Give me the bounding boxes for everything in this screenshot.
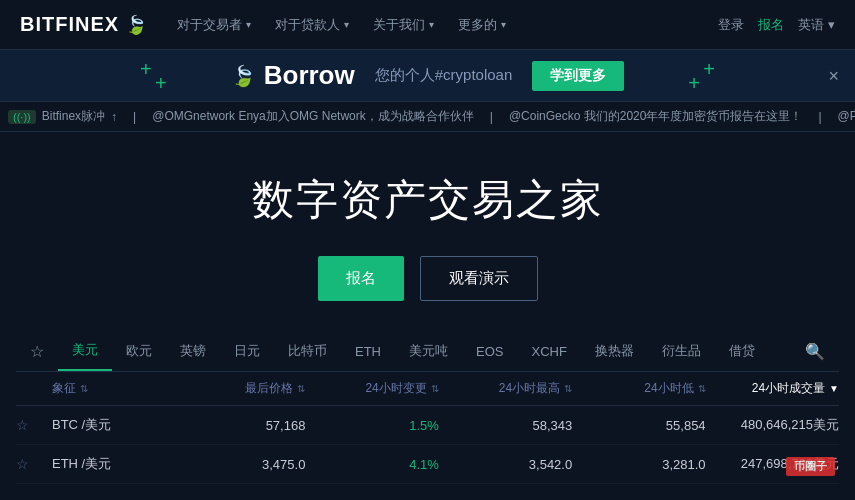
hero-buttons: 报名 观看演示 xyxy=(20,256,835,301)
sort-icon: ⇅ xyxy=(80,383,88,394)
th-high[interactable]: 24小时最高 ⇅ xyxy=(439,380,572,397)
banner-close-button[interactable]: × xyxy=(828,65,839,86)
market-tabs: ☆ 美元 欧元 英镑 日元 比特币 ETH 美元吨 EOS XCHF 换热器 xyxy=(16,331,839,372)
nav-item-about[interactable]: 关于我们 ▾ xyxy=(363,10,444,40)
symbol-cell: ETH /美元 xyxy=(52,455,172,473)
logo-leaf-icon: 🍃 xyxy=(125,14,147,36)
ticker-separator: | xyxy=(133,110,136,124)
ticker-text: Bitfinex脉冲 xyxy=(42,108,105,125)
chevron-down-icon: ▾ xyxy=(344,19,349,30)
change-cell: 1.5% xyxy=(305,418,438,433)
header: BITFINEX 🍃 对于交易者 ▾ 对于贷款人 ▾ 关于我们 ▾ 更多的 ▾ … xyxy=(0,0,855,50)
banner-cta-button[interactable]: 学到更多 xyxy=(532,61,624,91)
nav-item-more[interactable]: 更多的 ▾ xyxy=(448,10,516,40)
star-icon: ☆ xyxy=(16,456,29,472)
tab-btc[interactable]: 比特币 xyxy=(274,332,341,370)
tab-eos[interactable]: EOS xyxy=(462,334,517,369)
volume-cell: 480,646,215美元 xyxy=(706,416,839,434)
nav-item-lenders[interactable]: 对于贷款人 ▾ xyxy=(265,10,359,40)
table-row[interactable]: ☆ BTC /美元 57,168 1.5% 58,343 55,854 480,… xyxy=(16,406,839,445)
tab-eth[interactable]: ETH xyxy=(341,334,395,369)
signup-hero-button[interactable]: 报名 xyxy=(318,256,404,301)
price-cell: 3,475.0 xyxy=(172,457,305,472)
ticker-text: @CoinGecko 我们的2020年年度加密货币报告在这里！ xyxy=(509,108,803,125)
plus-decoration-tl: + xyxy=(140,58,152,81)
tab-usdt[interactable]: 美元吨 xyxy=(395,332,462,370)
sort-icon: ⇅ xyxy=(564,383,572,394)
ticker-separator: | xyxy=(818,110,821,124)
symbol-cell: BTC /美元 xyxy=(52,416,172,434)
ticker-separator: | xyxy=(490,110,493,124)
nav-menu: 对于交易者 ▾ 对于贷款人 ▾ 关于我们 ▾ 更多的 ▾ xyxy=(167,10,516,40)
tab-xchf[interactable]: XCHF xyxy=(517,334,580,369)
borrow-leaf-icon: 🍃 xyxy=(231,64,256,88)
table-row[interactable]: ☆ ETH /美元 3,475.0 4.1% 3,542.0 3,281.0 2… xyxy=(16,445,839,484)
banner: + + + + 🍃 Borrow 您的个人#cryptoloan 学到更多 × xyxy=(0,50,855,102)
tab-lending[interactable]: 借贷 xyxy=(715,332,769,370)
low-cell: 3,281.0 xyxy=(572,457,705,472)
high-cell: 58,343 xyxy=(439,418,572,433)
ticker-badge: ((·)) xyxy=(8,110,36,124)
nav-item-traders[interactable]: 对于交易者 ▾ xyxy=(167,10,261,40)
tab-usd[interactable]: 美元 xyxy=(58,331,112,371)
star-cell[interactable]: ☆ xyxy=(16,417,52,433)
high-cell: 3,542.0 xyxy=(439,457,572,472)
logo-text: BITFINEX xyxy=(20,13,119,36)
price-cell: 57,168 xyxy=(172,418,305,433)
tab-exchange[interactable]: 换热器 xyxy=(581,332,648,370)
sort-icon: ⇅ xyxy=(698,383,706,394)
banner-borrow-title: 🍃 Borrow xyxy=(231,60,355,91)
sort-icon: ⇅ xyxy=(431,383,439,394)
logo: BITFINEX 🍃 xyxy=(20,13,147,36)
chevron-down-icon: ▾ xyxy=(246,19,251,30)
market-search-icon[interactable]: 🔍 xyxy=(791,332,839,371)
tab-gbp[interactable]: 英镑 xyxy=(166,332,220,370)
signup-button[interactable]: 报名 xyxy=(758,16,784,34)
login-button[interactable]: 登录 xyxy=(718,16,744,34)
low-cell: 55,854 xyxy=(572,418,705,433)
market-section: ☆ 美元 欧元 英镑 日元 比特币 ETH 美元吨 EOS XCHF 换热器 xyxy=(0,331,855,484)
header-right: 登录 报名 英语 ▾ xyxy=(718,16,835,34)
market-table: 象征 ⇅ 最后价格 ⇅ 24小时变更 ⇅ 24小时最高 ⇅ 24小时低 ⇅ 24… xyxy=(16,372,839,484)
change-cell: 4.1% xyxy=(305,457,438,472)
th-low[interactable]: 24小时低 ⇅ xyxy=(572,380,705,397)
ticker-text: @Plutus PLIP | Pluton流动 xyxy=(838,108,855,125)
language-button[interactable]: 英语 ▾ xyxy=(798,16,835,34)
chevron-down-icon: ▾ xyxy=(501,19,506,30)
ticker-text: @OMGnetwork Enya加入OMG Network，成为战略合作伙伴 xyxy=(152,108,474,125)
banner-subtitle: 您的个人#cryptoloan xyxy=(375,66,513,85)
demo-button[interactable]: 观看演示 xyxy=(420,256,538,301)
tab-jpy[interactable]: 日元 xyxy=(220,332,274,370)
th-symbol[interactable]: 象征 ⇅ xyxy=(52,380,172,397)
watermark: 币圈子 xyxy=(786,457,835,476)
plus-decoration-bl: + xyxy=(155,72,167,95)
ticker-separator: ↑ xyxy=(111,110,117,124)
sort-desc-icon: ▼ xyxy=(829,383,839,394)
th-volume[interactable]: 24小时成交量 ▼ xyxy=(706,380,839,397)
plus-decoration-tr: + xyxy=(703,58,715,81)
tab-derivatives[interactable]: 衍生品 xyxy=(648,332,715,370)
chevron-down-icon: ▾ xyxy=(828,17,835,32)
chevron-down-icon: ▾ xyxy=(429,19,434,30)
favorites-tab[interactable]: ☆ xyxy=(16,332,58,371)
sort-icon: ⇅ xyxy=(297,383,305,394)
th-star xyxy=(16,380,52,397)
th-price[interactable]: 最后价格 ⇅ xyxy=(172,380,305,397)
tab-eur[interactable]: 欧元 xyxy=(112,332,166,370)
hero-title: 数字资产交易之家 xyxy=(20,172,835,228)
th-change[interactable]: 24小时变更 ⇅ xyxy=(305,380,438,397)
star-icon: ☆ xyxy=(16,417,29,433)
hero-section: 数字资产交易之家 报名 观看演示 xyxy=(0,132,855,331)
table-header-row: 象征 ⇅ 最后价格 ⇅ 24小时变更 ⇅ 24小时最高 ⇅ 24小时低 ⇅ 24… xyxy=(16,372,839,406)
ticker-bar: ((·)) Bitfinex脉冲 ↑ | @OMGnetwork Enya加入O… xyxy=(0,102,855,132)
ticker-item: ((·)) Bitfinex脉冲 ↑ xyxy=(8,108,117,125)
plus-decoration-br: + xyxy=(688,72,700,95)
star-cell[interactable]: ☆ xyxy=(16,456,52,472)
header-left: BITFINEX 🍃 对于交易者 ▾ 对于贷款人 ▾ 关于我们 ▾ 更多的 ▾ xyxy=(20,10,516,40)
